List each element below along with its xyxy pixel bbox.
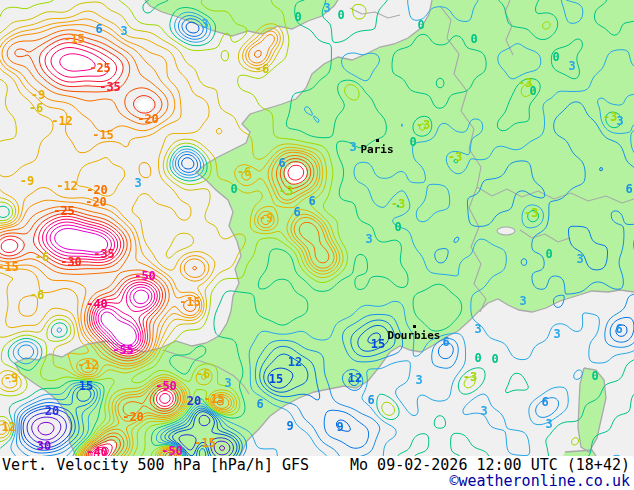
status-bar: Vert. Velocity 500 hPa [hPa/h] GFSMo 09-… (0, 456, 634, 490)
map-area: Paris Dourbies (0, 0, 634, 456)
city-marker-dourbies (413, 325, 416, 328)
city-label-dourbies: Dourbies (388, 329, 441, 342)
contour-map-canvas (0, 0, 634, 456)
run-datetime: Mo 09-02-2026 12:00 UTC (18+42) (350, 457, 630, 473)
copyright-text: ©weatheronline.co.uk (449, 472, 630, 490)
city-label-paris: Paris (360, 143, 393, 156)
weather-chart-frame: Paris Dourbies Vert. Velocity 500 hPa [h… (0, 0, 634, 490)
city-marker-paris (376, 139, 379, 142)
product-title: Vert. Velocity 500 hPa [hPa/h] GFS (2, 457, 309, 473)
